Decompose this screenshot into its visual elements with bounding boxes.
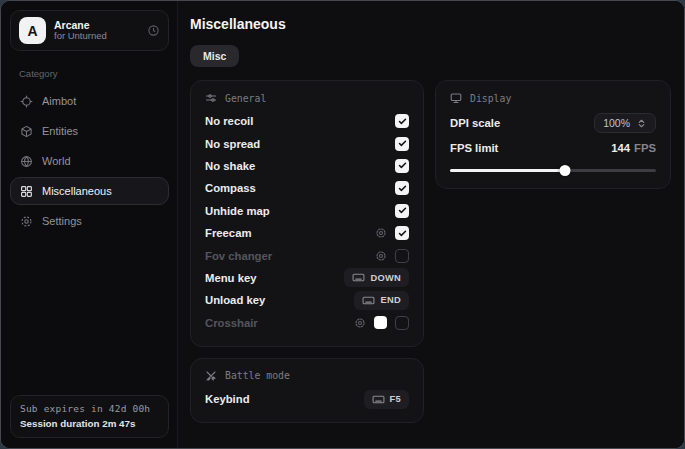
keyboard-icon [352, 271, 365, 284]
sidebar-item-settings[interactable]: Settings [10, 207, 169, 235]
app-logo: A [19, 17, 46, 44]
app-window: A Arcane for Unturned Category Aimbot En… [0, 0, 685, 449]
setting-row: Crosshair [205, 312, 409, 334]
sliders-icon [205, 92, 217, 104]
setting-row: No shake [205, 155, 409, 177]
setting-row: Compass [205, 177, 409, 199]
color-swatch[interactable] [374, 316, 387, 329]
setting-row: Fov changer [205, 244, 409, 266]
dpi-scale-label: DPI scale [450, 117, 500, 129]
setting-label: Menu key [205, 272, 256, 284]
keybind-badge[interactable]: END [354, 291, 409, 310]
gear-icon [20, 215, 33, 228]
sidebar-item-label: Settings [42, 215, 82, 227]
battle-mode-card-title: Battle mode [225, 370, 290, 381]
monitor-icon [450, 92, 462, 104]
dpi-scale-value: 100% [603, 117, 630, 129]
sidebar-item-label: Miscellaneous [42, 185, 112, 197]
select-chevrons-icon [636, 118, 647, 129]
battle-mode-card-header: Battle mode [205, 370, 409, 382]
keyboard-icon [372, 393, 385, 406]
battle-rows: Keybind F5 [205, 388, 409, 410]
sidebar-item-miscellaneous[interactable]: Miscellaneous [10, 177, 169, 205]
checkbox[interactable] [395, 181, 409, 195]
display-card-title: Display [470, 93, 511, 104]
setting-row: Keybind F5 [205, 388, 409, 410]
globe-icon [20, 155, 33, 168]
setting-row: No recoil [205, 110, 409, 132]
gear-icon[interactable] [354, 317, 366, 329]
setting-row: No spread [205, 132, 409, 154]
setting-label: Freecam [205, 227, 251, 239]
slider-fill [450, 169, 565, 172]
checkbox[interactable] [395, 226, 409, 240]
checkbox[interactable] [395, 159, 409, 173]
session-clock-icon[interactable] [147, 24, 160, 37]
swords-icon [205, 370, 217, 382]
display-card: Display DPI scale 100% [435, 80, 671, 189]
setting-label: Fov changer [205, 250, 272, 262]
fps-limit-slider[interactable] [450, 164, 656, 176]
setting-label: No shake [205, 160, 255, 172]
keybind-badge[interactable]: DOWN [344, 268, 409, 287]
cube-icon [20, 125, 33, 138]
keyboard-icon [362, 294, 375, 307]
setting-label: Unhide map [205, 205, 270, 217]
checkbox[interactable] [395, 137, 409, 151]
display-card-header: Display [450, 92, 656, 104]
crosshair-icon [20, 95, 33, 108]
setting-label: Crosshair [205, 317, 258, 329]
app-subtitle: for Unturned [54, 31, 139, 42]
category-label: Category [19, 68, 169, 79]
fps-limit-label: FPS limit [450, 142, 498, 154]
grid-icon [20, 185, 33, 198]
brand-card: A Arcane for Unturned [10, 10, 169, 51]
session-duration-text: Session duration 2m 47s [20, 418, 159, 429]
tab-bar: Misc [190, 45, 671, 67]
setting-label: No spread [205, 138, 260, 150]
setting-label: Unload key [205, 294, 265, 306]
setting-row: Freecam [205, 222, 409, 244]
sidebar-item-label: Entities [42, 125, 78, 137]
sidebar-item-world[interactable]: World [10, 147, 169, 175]
setting-label: Keybind [205, 393, 250, 405]
general-rows: No recoil No spread No shake [205, 110, 409, 334]
subscription-status-card: Sub expires in 42d 00h Session duration … [10, 395, 169, 438]
sidebar-item-entities[interactable]: Entities [10, 117, 169, 145]
gear-icon[interactable] [375, 227, 387, 239]
setting-row: Unhide map [205, 200, 409, 222]
fps-limit-row: FPS limit 144FPS [450, 136, 656, 160]
sidebar-item-aimbot[interactable]: Aimbot [10, 87, 169, 115]
sidebar: A Arcane for Unturned Category Aimbot En… [1, 1, 178, 448]
dpi-scale-select[interactable]: 100% [594, 113, 656, 133]
sidebar-item-label: Aimbot [42, 95, 76, 107]
general-card-title: General [225, 93, 266, 104]
battle-mode-card: Battle mode Keybind F5 [190, 358, 424, 423]
sub-expiry-text: Sub expires in 42d 00h [20, 403, 159, 414]
dpi-scale-row: DPI scale 100% [450, 110, 656, 136]
main-panel: Miscellaneous Misc General N [178, 1, 684, 448]
slider-thumb[interactable] [560, 165, 571, 176]
setting-row: Unload key END [205, 289, 409, 311]
brand-text: Arcane for Unturned [54, 19, 139, 42]
checkbox[interactable] [395, 204, 409, 218]
checkbox[interactable] [395, 316, 409, 330]
checkbox[interactable] [395, 249, 409, 263]
setting-label: Compass [205, 182, 256, 194]
gear-icon[interactable] [375, 250, 387, 262]
fps-limit-value: 144FPS [611, 142, 656, 154]
general-card-header: General [205, 92, 409, 104]
general-card: General No recoil No spread [190, 80, 424, 347]
sidebar-item-label: World [42, 155, 71, 167]
page-title: Miscellaneous [190, 16, 671, 32]
sidebar-items: Aimbot Entities World Miscellaneous Sett… [10, 87, 169, 235]
setting-row: Menu key DOWN [205, 267, 409, 289]
tab-misc[interactable]: Misc [190, 45, 239, 67]
checkbox[interactable] [395, 114, 409, 128]
setting-label: No recoil [205, 115, 253, 127]
keybind-badge[interactable]: F5 [364, 390, 409, 409]
